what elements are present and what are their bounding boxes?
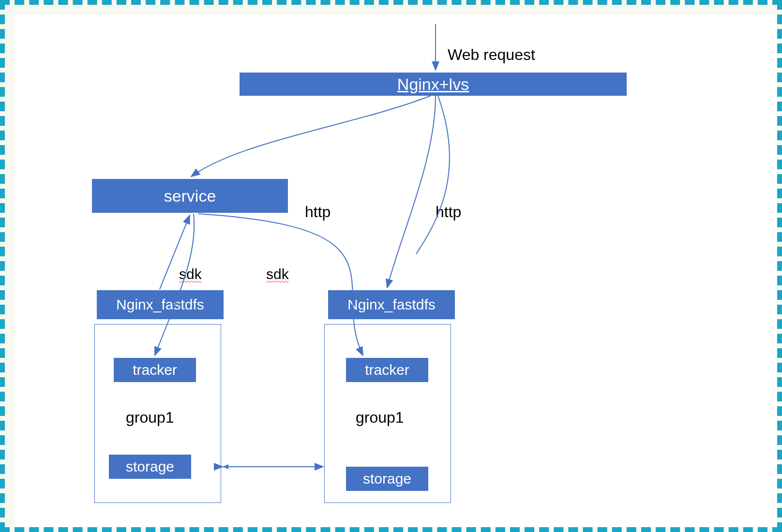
diagram-canvas: Nginx+lvs service Nginx_fastdfs Nginx_fa… [15, 15, 777, 527]
node-nginx-fastdfs-right-label: Nginx_fastdfs [347, 296, 436, 313]
arrow-nginx-to-fastdfs-right [387, 96, 436, 288]
label-sdk-right-text: sdk [266, 266, 289, 282]
node-nginx-lvs: Nginx+lvs [240, 73, 627, 96]
node-nginx-fastdfs-left-label: Nginx_fastdfs [116, 296, 204, 313]
node-nginx-fastdfs-left: Nginx_fastdfs [97, 290, 224, 319]
node-service-label: service [164, 187, 216, 206]
node-nginx-lvs-label: Nginx+lvs [397, 75, 469, 94]
svg-marker-1 [223, 464, 228, 469]
node-tracker-left-label: tracker [133, 362, 177, 378]
label-http-left: http [305, 203, 331, 221]
node-tracker-right: tracker [346, 358, 428, 382]
selection-frame: Nginx+lvs service Nginx_fastdfs Nginx_fa… [0, 0, 782, 532]
node-service: service [92, 179, 288, 213]
node-storage-left: storage [109, 455, 191, 479]
node-tracker-right-label: tracker [365, 362, 409, 378]
arrow-nginx-to-service [191, 96, 431, 177]
label-sdk-left-text: sdk [179, 266, 202, 282]
node-storage-right: storage [346, 467, 428, 491]
node-tracker-left: tracker [114, 358, 196, 382]
label-http-right: http [436, 203, 461, 221]
node-nginx-fastdfs-right: Nginx_fastdfs [328, 290, 455, 319]
node-storage-left-label: storage [126, 458, 174, 475]
arrow-nginx-to-right-extra [416, 96, 450, 254]
label-group1-right: group1 [356, 409, 404, 427]
label-web-request: Web request [448, 46, 535, 64]
label-sdk-right: sdk [266, 266, 289, 282]
node-storage-right-label: storage [363, 471, 411, 487]
label-group1-left: group1 [126, 409, 174, 427]
label-sdk-left: sdk [179, 266, 202, 282]
